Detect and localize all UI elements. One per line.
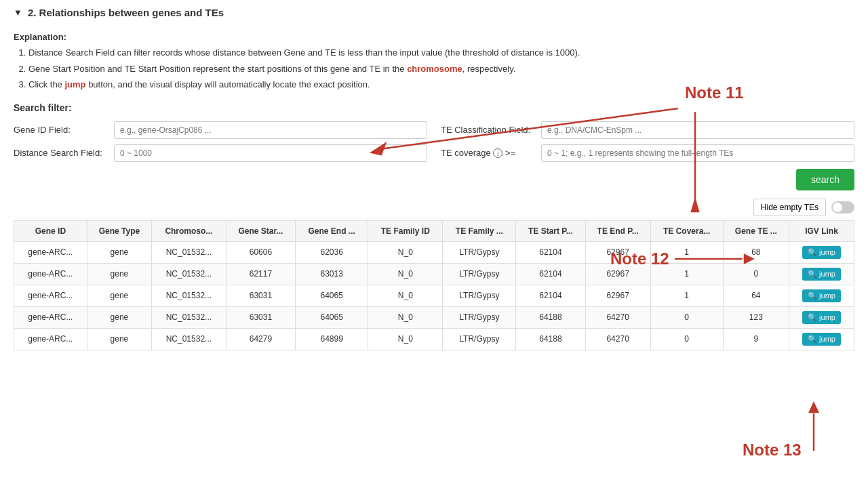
table-cell: 63013 xyxy=(296,263,368,285)
hide-empty-tes-button[interactable]: Hide empty TEs xyxy=(753,199,826,216)
gene-id-input[interactable] xyxy=(114,121,427,139)
explanation-block: Explanation: Distance Search Field can f… xyxy=(14,32,854,92)
col-gene-start: Gene Star... xyxy=(226,220,296,241)
explanation-item-3: Click the jump button, and the visual di… xyxy=(28,78,854,92)
table-cell: 62104 xyxy=(516,241,585,263)
table-cell: N_0 xyxy=(368,241,443,263)
te-coverage-info-icon[interactable]: i xyxy=(493,148,502,158)
col-gene-type: Gene Type xyxy=(87,220,151,241)
table-cell: 60606 xyxy=(226,241,296,263)
filter-grid: Gene ID Field: TE Classification Field: … xyxy=(14,121,854,162)
table-cell: N_0 xyxy=(368,328,443,350)
te-class-input[interactable] xyxy=(541,121,854,139)
table-row: gene-ARC...geneNC_01532...6060662036N_0L… xyxy=(14,241,854,263)
table-cell: 0 xyxy=(650,306,723,328)
table-cell: 63031 xyxy=(226,285,296,306)
table-cell: LTR/Gypsy xyxy=(443,285,516,306)
table-cell: NC_01532... xyxy=(152,285,226,306)
table-cell: 62104 xyxy=(516,263,585,285)
col-te-start: TE Start P... xyxy=(516,220,585,241)
table-cell: 64188 xyxy=(516,306,585,328)
table-cell: gene-ARC... xyxy=(14,263,87,285)
jump-button[interactable]: 🔍 jump xyxy=(802,311,841,324)
jump-button[interactable]: 🔍 jump xyxy=(802,268,841,281)
table-header-row: Gene ID Gene Type Chromoso... Gene Star.… xyxy=(14,220,854,241)
data-table: Gene ID Gene Type Chromoso... Gene Star.… xyxy=(14,220,854,350)
table-cell: 9 xyxy=(723,328,789,350)
table-row: gene-ARC...geneNC_01532...6427964899N_0L… xyxy=(14,328,854,350)
jump-ref: jump xyxy=(64,79,85,89)
distance-row: Distance Search Field: xyxy=(14,144,427,162)
te-class-label: TE Classification Field: xyxy=(441,125,536,135)
table-cell: gene-ARC... xyxy=(14,306,87,328)
search-button[interactable]: search xyxy=(796,169,854,190)
table-cell: 64188 xyxy=(516,328,585,350)
table-cell: 64899 xyxy=(296,328,368,350)
note13-arrow xyxy=(810,403,818,451)
table-row: gene-ARC...geneNC_01532...6303164065N_0L… xyxy=(14,306,854,328)
table-cell: 1 xyxy=(650,263,723,285)
table-cell: gene xyxy=(87,263,151,285)
table-cell: gene-ARC... xyxy=(14,285,87,306)
col-te-coverage: TE Covera... xyxy=(650,220,723,241)
te-coverage-row: TE coverage i >= xyxy=(441,144,854,162)
jump-button[interactable]: 🔍 jump xyxy=(802,246,841,259)
note13-label: Note 13 xyxy=(743,441,802,459)
table-cell: 1 xyxy=(650,241,723,263)
col-gene-te: Gene TE ... xyxy=(723,220,789,241)
table-cell: 62036 xyxy=(296,241,368,263)
col-te-family: TE Family ... xyxy=(443,220,516,241)
table-cell: NC_01532... xyxy=(152,263,226,285)
table-toolbar: Hide empty TEs xyxy=(14,199,854,216)
col-igv-link: IGV Link xyxy=(789,220,854,241)
table-row: gene-ARC...geneNC_01532...6303164065N_0L… xyxy=(14,285,854,306)
table-cell: N_0 xyxy=(368,285,443,306)
section-header: ▼ 2. Relationships between genes and TEs xyxy=(14,7,854,22)
te-coverage-op: >= xyxy=(505,148,515,158)
table-cell: gene-ARC... xyxy=(14,241,87,263)
table-cell: N_0 xyxy=(368,306,443,328)
distance-input[interactable] xyxy=(114,144,427,162)
table-cell: gene xyxy=(87,328,151,350)
hide-empty-toggle[interactable] xyxy=(831,201,854,214)
table-cell: LTR/Gypsy xyxy=(443,263,516,285)
jump-button[interactable]: 🔍 jump xyxy=(802,289,841,302)
table-cell: 0 xyxy=(650,328,723,350)
table-cell: 64270 xyxy=(585,328,650,350)
table-cell: NC_01532... xyxy=(152,241,226,263)
explanation-item-1: Distance Search Field can filter records… xyxy=(28,46,854,60)
table-cell: 64065 xyxy=(296,285,368,306)
te-class-row: TE Classification Field: xyxy=(441,121,854,139)
table-cell: 62117 xyxy=(226,263,296,285)
te-coverage-label: TE coverage i >= xyxy=(441,148,536,159)
table-cell: gene xyxy=(87,306,151,328)
table-cell: 62967 xyxy=(585,241,650,263)
te-coverage-input[interactable] xyxy=(541,144,854,162)
jump-button[interactable]: 🔍 jump xyxy=(802,333,841,346)
col-gene-id: Gene ID xyxy=(14,220,87,241)
table-cell: 62967 xyxy=(585,285,650,306)
table-cell: 64065 xyxy=(296,306,368,328)
collapse-icon[interactable]: ▼ xyxy=(14,7,22,18)
table-cell: 62104 xyxy=(516,285,585,306)
explanation-list: Distance Search Field can filter records… xyxy=(14,46,854,92)
col-te-family-id: TE Family ID xyxy=(368,220,443,241)
col-gene-end: Gene End ... xyxy=(296,220,368,241)
search-btn-row: search xyxy=(14,169,854,190)
table-cell: gene-ARC... xyxy=(14,328,87,350)
table-cell: LTR/Gypsy xyxy=(443,328,516,350)
explanation-title: Explanation: xyxy=(14,32,854,42)
table-cell: 63031 xyxy=(226,306,296,328)
col-te-end: TE End P... xyxy=(585,220,650,241)
col-chromosome: Chromoso... xyxy=(152,220,226,241)
table-cell: LTR/Gypsy xyxy=(443,241,516,263)
table-cell: 68 xyxy=(723,241,789,263)
table-cell: 1 xyxy=(650,285,723,306)
svg-marker-7 xyxy=(810,403,818,412)
distance-label: Distance Search Field: xyxy=(14,148,108,158)
table-cell: 62967 xyxy=(585,263,650,285)
table-row: gene-ARC...geneNC_01532...6211763013N_0L… xyxy=(14,263,854,285)
table-cell: N_0 xyxy=(368,263,443,285)
table-cell: 64 xyxy=(723,285,789,306)
chromosome-link[interactable]: chromosome xyxy=(407,64,462,74)
